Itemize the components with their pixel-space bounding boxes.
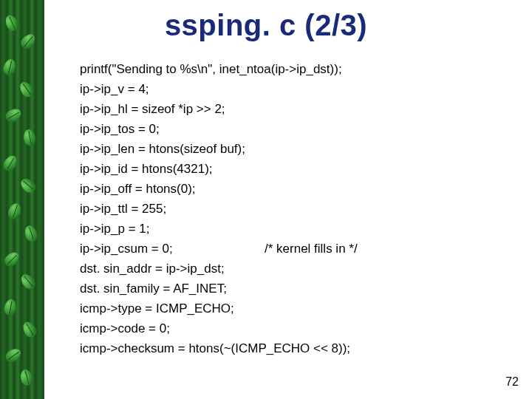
code-line: icmp->type = ICMP_ECHO; xyxy=(80,299,358,318)
code-line: dst. sin_addr = ip->ip_dst; xyxy=(80,259,358,279)
code-line: icmp->checksum = htons(~(ICMP_ECHO << 8)… xyxy=(80,338,358,358)
code-line: ip->ip_ttl = 255; xyxy=(80,199,358,219)
code-line: ip->ip_hl = sizeof *ip >> 2; xyxy=(80,99,358,119)
leaf-icon xyxy=(2,250,22,270)
leaf-icon xyxy=(1,58,17,76)
code-line: printf("Sending to %s\n", inet_ntoa(ip->… xyxy=(80,59,358,79)
slide-title: ssping. c (2/3) xyxy=(0,9,532,42)
leaf-icon xyxy=(3,346,23,365)
code-line: ip->ip_v = 4; xyxy=(80,79,358,99)
code-line: ip->ip_off = htons(0); xyxy=(80,179,358,199)
leaf-icon xyxy=(18,271,38,291)
code-line: dst. sin_family = AF_INET; xyxy=(80,279,358,299)
code-line: ip->ip_tos = 0; xyxy=(80,119,358,139)
leaf-icon xyxy=(23,224,40,243)
code-line: icmp->code = 0; xyxy=(80,318,358,338)
code-block: printf("Sending to %s\n", inet_ntoa(ip->… xyxy=(80,59,358,358)
leaf-icon xyxy=(22,129,37,146)
code-line: ip->ip_id = htons(4321); xyxy=(80,159,358,179)
page-number: 72 xyxy=(505,375,519,389)
leaf-icon xyxy=(21,319,39,339)
leafy-sidebar xyxy=(0,0,44,399)
code-text: ip->ip_csum = 0; xyxy=(80,239,265,259)
leaf-icon xyxy=(7,202,24,221)
leaf-icon xyxy=(3,106,23,125)
code-line: ip->ip_len = htons(sizeof buf); xyxy=(80,139,358,159)
leaf-icon xyxy=(1,153,20,173)
code-line: ip->ip_p = 1; xyxy=(80,219,358,239)
code-comment: /* kernel fills in */ xyxy=(265,239,358,259)
leaf-icon xyxy=(17,79,36,99)
leaf-icon xyxy=(3,299,18,316)
code-line: ip->ip_csum = 0;/* kernel fills in */ xyxy=(80,239,358,259)
leaf-icon xyxy=(18,368,34,386)
leaf-icon xyxy=(18,176,38,195)
